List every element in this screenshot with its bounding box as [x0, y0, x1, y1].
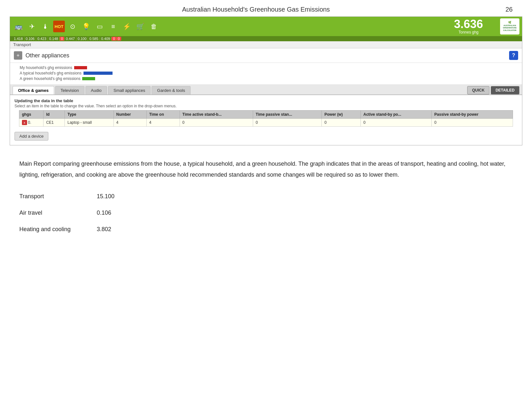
legend-green-household: A green household's ghg emissions — [20, 76, 512, 81]
val-heating: 0.423 — [36, 37, 48, 41]
stats-value-heating: 3.802 — [97, 226, 111, 233]
logo-text: 🌿 AUSTRALIANGREENHOUSECALCULATOR — [503, 21, 517, 32]
cell-ghgs: x 0. — [19, 119, 44, 127]
legend-green-bar — [82, 77, 95, 80]
legend-green-label: A green household's ghg emissions — [20, 76, 80, 81]
heating-icon[interactable]: 🌡 — [40, 21, 51, 32]
refrigeration-icon[interactable]: ▭ — [94, 21, 105, 32]
cell-time-active: 0 — [180, 119, 253, 127]
table-row[interactable]: x 0. CE1 Laptop - small 4 4 0 0 0 0 0 — [19, 119, 513, 127]
add-device-button[interactable]: Add a device — [15, 132, 48, 141]
col-ghgs: ghgs — [19, 111, 44, 119]
main-paragraph: Main Report comparing greenhouse emissio… — [19, 158, 513, 180]
stats-row-transport: Transport 15.100 — [19, 193, 513, 200]
val-other: 0.409 — [100, 37, 112, 41]
page-header: Australian Household's Greenhouse Gas Em… — [0, 0, 532, 16]
detailed-button[interactable]: DETAILED — [491, 86, 519, 94]
table-wrapper: ghgs Id Type Number Time on Time active … — [10, 110, 522, 130]
instructions-title: Updating the data in the table — [15, 98, 517, 103]
val-hotwater: 0.148 — [48, 37, 60, 41]
help-button[interactable]: ? — [509, 51, 518, 60]
cell-type: Laptop - small — [65, 119, 113, 127]
legend-my-label: My household's ghg emissions — [20, 65, 72, 70]
shopping-icon[interactable]: 🛒 — [134, 21, 146, 32]
quick-button[interactable]: QUICK — [467, 86, 489, 94]
waste-icon[interactable]: 🗑 — [148, 21, 160, 32]
tabs-bar: Office & games Television Audio Small ap… — [10, 85, 522, 95]
stats-label-heating: Heating and cooling — [19, 226, 90, 233]
val-cooking: 0.585 — [88, 37, 100, 41]
tab-office-games[interactable]: Office & games — [13, 86, 54, 94]
tab-small-appliances[interactable]: Small appliances — [108, 86, 151, 94]
val-refrigeration: 0.100 — [76, 37, 88, 41]
delete-row-button[interactable]: x — [22, 120, 27, 125]
hot-water-icon[interactable]: HOT — [53, 21, 65, 32]
col-time-on: Time on — [146, 111, 180, 119]
cell-time-passive: 0 — [253, 119, 322, 127]
stats-label-air: Air travel — [19, 210, 90, 216]
tab-television[interactable]: Television — [55, 86, 84, 94]
appliances-header: + Other appliances ? — [10, 48, 522, 63]
tab-audio[interactable]: Audio — [85, 86, 107, 94]
stats-row-air: Air travel 0.106 — [19, 210, 513, 216]
values-bar: 1.418 0.106 0.423 0.148 0 0.447 0.100 0.… — [10, 36, 522, 41]
ghg-value: 0. — [28, 120, 31, 125]
col-passive-standby: Passive stand-by power — [432, 111, 513, 119]
val-air: 0.106 — [25, 37, 36, 41]
val-waste: 0 — [117, 37, 121, 41]
col-active-standby: Active stand-by po... — [360, 111, 431, 119]
legend-typical-household: A typical household's ghg emissions — [20, 71, 512, 75]
legend-my-bar — [74, 66, 87, 69]
col-type: Type — [65, 111, 113, 119]
cell-active-standby-power: 0 — [360, 119, 431, 127]
col-id: Id — [44, 111, 65, 119]
top-bar-icons: 🚌 ✈ 🌡 HOT ⊙ 💡 ▭ ≡ ⚡ 🛒 🗑 — [13, 21, 439, 32]
table-header-row: ghgs Id Type Number Time on Time active … — [19, 111, 513, 119]
cell-id: CE1 — [44, 119, 65, 127]
legend-typical-label: A typical household's ghg emissions — [20, 71, 82, 75]
page-number: 26 — [506, 6, 513, 13]
val-shopping: 0 — [112, 37, 116, 41]
total-value: 3.636 — [439, 18, 498, 30]
cell-number: 4 — [113, 119, 146, 127]
other-icon[interactable]: ⚡ — [121, 21, 133, 32]
tab-garden-tools[interactable]: Garden & tools — [152, 86, 191, 94]
stats-section: Transport 15.100 Air travel 0.106 Heatin… — [0, 180, 532, 233]
instructions-text: Select an item in the table to change th… — [15, 104, 517, 108]
cell-time-on: 4 — [146, 119, 180, 127]
air-travel-icon[interactable]: ✈ — [26, 21, 38, 32]
col-time-active: Time active stand-b... — [180, 111, 253, 119]
total-display: 3.636 Tonnes ghg — [439, 18, 498, 34]
add-button[interactable]: + — [14, 51, 22, 60]
section-label: Transport — [10, 41, 522, 48]
val-lighting: 0.447 — [64, 37, 76, 41]
cell-passive-standby-power: 0 — [432, 119, 513, 127]
val-laundry: 0 — [60, 37, 64, 41]
main-text-area: Main Report comparing greenhouse emissio… — [0, 145, 532, 180]
stats-value-air: 0.106 — [97, 210, 111, 216]
stats-row-heating: Heating and cooling 3.802 — [19, 226, 513, 233]
appliances-title: Other appliances — [25, 52, 509, 59]
laundry-icon[interactable]: ⊙ — [67, 21, 78, 32]
col-time-passive: Time passive stan... — [253, 111, 322, 119]
stats-label-transport: Transport — [19, 193, 90, 200]
legend-area: My household's ghg emissions A typical h… — [10, 63, 522, 85]
data-table: ghgs Id Type Number Time on Time active … — [19, 110, 513, 127]
app-logo: 🌿 AUSTRALIANGREENHOUSECALCULATOR — [500, 18, 519, 34]
app-container: 🚌 ✈ 🌡 HOT ⊙ 💡 ▭ ≡ ⚡ 🛒 🗑 3.636 Tonnes ghg… — [10, 16, 522, 145]
col-power: Power (w) — [322, 111, 361, 119]
transport-icon[interactable]: 🚌 — [13, 21, 24, 32]
val-transport: 1.418 — [13, 37, 25, 41]
legend-my-household: My household's ghg emissions — [20, 65, 512, 70]
legend-typical-bar — [84, 72, 113, 75]
cell-power: 0 — [322, 119, 361, 127]
total-unit: Tonnes ghg — [439, 30, 498, 34]
stats-value-transport: 15.100 — [97, 193, 114, 200]
page-title: Australian Household's Greenhouse Gas Em… — [19, 6, 493, 13]
top-bar: 🚌 ✈ 🌡 HOT ⊙ 💡 ▭ ≡ ⚡ 🛒 🗑 3.636 Tonnes ghg… — [10, 17, 522, 36]
cooking-icon[interactable]: ≡ — [107, 21, 119, 32]
instructions-area: Updating the data in the table Select an… — [10, 95, 522, 110]
lighting-icon[interactable]: 💡 — [80, 21, 92, 32]
col-number: Number — [113, 111, 146, 119]
